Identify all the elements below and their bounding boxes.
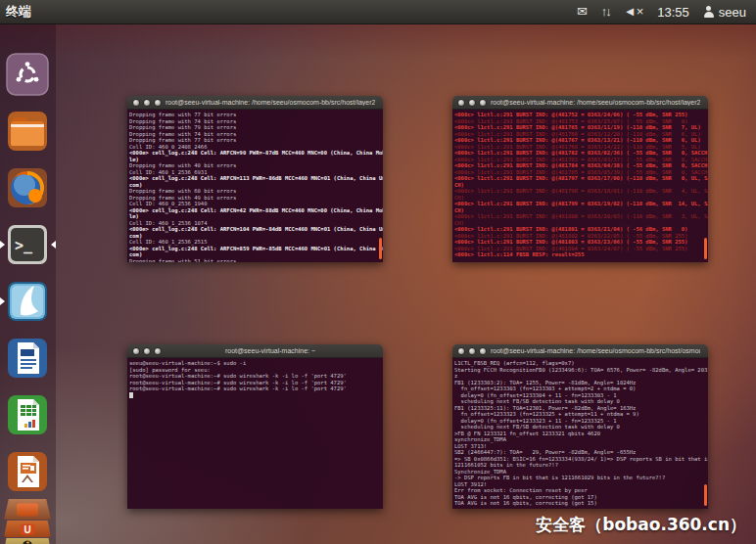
terminal-line: <000c> l1ctl.c:291 BURST IND: @(481782 =… <box>454 150 708 157</box>
active-app-title: 终端 <box>6 3 31 21</box>
scrollbar-thumb[interactable] <box>704 238 707 259</box>
wireshark-running-arrow <box>0 297 5 305</box>
terminal-line: <000c> l1ctl.c:291 BURST IND: @(481765 =… <box>454 124 708 131</box>
close-button[interactable] <box>457 99 465 107</box>
scrollbar-thumb[interactable] <box>704 484 707 506</box>
maximize-button[interactable] <box>154 99 162 107</box>
minimize-button[interactable] <box>468 99 476 107</box>
minimize-button[interactable] <box>468 347 476 355</box>
unity-launcher: >_ <box>0 23 56 544</box>
terminal-line: <000c> l1ctl.c:291 BURST IND: @(481752 =… <box>454 112 708 118</box>
libreoffice-impress-icon <box>5 449 50 494</box>
libreoffice-writer-icon <box>5 336 50 381</box>
launcher-item-libreoffice-calc[interactable] <box>5 392 50 437</box>
top-panel: 终端 ✉ ↑↓ ◄× 13:55 seeu <box>0 0 756 24</box>
window-titlebar[interactable]: root@seeu-virtual-machine: /home/seeu/os… <box>452 96 708 110</box>
terminal-line: <000c> l1ctl.c:291 BURST IND: @(481797 =… <box>454 175 708 182</box>
launcher-item-firefox[interactable] <box>5 165 50 210</box>
launcher-item-libreoffice-impress[interactable] <box>5 449 50 494</box>
window-buttons <box>457 99 487 107</box>
clock[interactable]: 13:55 <box>657 5 689 20</box>
network-arrows-icon[interactable]: ↑↓ <box>601 0 610 23</box>
scrollbar-thumb[interactable] <box>379 238 382 259</box>
terminal-line: TOA AVG is not 16 qbits, correcting (got… <box>454 500 708 507</box>
penguin-icon <box>23 540 32 544</box>
terminal-content[interactable]: <000c> l1ctl.c:291 BURST IND: @(481752 =… <box>452 110 708 262</box>
terminal-line: <000c> l1ctl.c:291 BURST IND: @(481801 =… <box>454 226 708 233</box>
terminal-line: <000c> l1ctl.c:291 BURST IND: @(481767 =… <box>454 137 708 144</box>
terminal-content[interactable]: Dropping frame with 77 bit errorsDroppin… <box>127 110 383 262</box>
terminal-window-shell: root@seeu-virtual-machine: ~ seeu@seeu-v… <box>127 344 383 509</box>
launcher-item-folded-ubuntu-one[interactable]: U <box>4 521 51 537</box>
terminal-content[interactable]: seeu@seeu-virtual-machine:~$ sudo -i[sud… <box>127 358 383 509</box>
terminal-line: Starting FCCH RecognitionFB0 (1233496:6)… <box>454 367 708 374</box>
window-title: root@seeu-virtual-machine: /home/seeu/os… <box>165 99 375 106</box>
username: seeu <box>719 5 746 20</box>
libreoffice-calc-icon <box>5 392 50 437</box>
terminal-cursor <box>129 392 133 399</box>
window-titlebar[interactable]: root@seeu-virtual-machine: /home/seeu/os… <box>452 344 708 358</box>
software-center-icon <box>17 503 38 516</box>
minimize-button[interactable] <box>143 99 151 107</box>
terminal-focused-arrow <box>51 241 56 249</box>
window-buttons <box>457 347 487 355</box>
terminal-line: root@seeu-virtual-machine:~# sudo wiresh… <box>129 373 383 380</box>
terminal-line: <000c> l1ctl.c:291 BURST IND: @(481799 =… <box>454 201 708 207</box>
window-buttons <box>132 347 162 355</box>
window-buttons <box>132 99 162 107</box>
terminal-window-osmocon: root@seeu-virtual-machine: /home/seeu/os… <box>452 344 708 509</box>
close-button[interactable] <box>132 99 140 107</box>
terminal-line: <000c> l1ctl.c:114 FBSB RESP: result=255 <box>454 251 708 258</box>
files-folder-icon <box>5 109 50 154</box>
window-title: root@seeu-virtual-machine: /home/seeu/os… <box>491 99 700 106</box>
ubuntu-one-icon: U <box>21 523 34 534</box>
terminal-line: <000c> l1ctl.c:291 BURST IND: @(481784 =… <box>454 162 708 169</box>
launcher-item-folded-software-center[interactable] <box>4 499 51 520</box>
wireshark-icon <box>5 279 50 324</box>
window-titlebar[interactable]: root@seeu-virtual-machine: /home/seeu/os… <box>127 96 383 110</box>
dash-home-icon <box>5 52 50 97</box>
terminal-icon: >_ <box>5 222 50 267</box>
launcher-item-terminal[interactable]: >_ <box>5 222 50 267</box>
launcher-item-dash[interactable] <box>5 52 50 97</box>
close-button[interactable] <box>132 347 140 355</box>
window-titlebar[interactable]: root@seeu-virtual-machine: ~ <box>127 344 383 358</box>
launcher-item-libreoffice-writer[interactable] <box>5 336 50 381</box>
window-title: root@seeu-virtual-machine: ~ <box>165 347 375 354</box>
terminal-line: Dropping frame with 51 bit errors <box>129 258 383 263</box>
terminal-line: <000c> l1ctl.c:291 BURST IND: @(481800 =… <box>454 213 708 220</box>
maximize-button[interactable] <box>154 347 162 355</box>
terminal-line: <000e> cell_log.c:248 Cell: ARFCN=90 PWR… <box>129 150 383 157</box>
watermark-text: 安全客（bobao.360.cn） <box>536 514 746 536</box>
close-button[interactable] <box>457 347 465 355</box>
firefox-icon <box>5 165 50 210</box>
minimize-button[interactable] <box>143 347 151 355</box>
terminal-line: <000e> cell_log.c:248 Cell: ARFCN=859 PW… <box>129 246 383 252</box>
maximize-button[interactable] <box>479 99 487 107</box>
svg-text:>_: >_ <box>15 237 33 254</box>
terminal-line: <000c> l1ctl.c:291 BURST IND: @(481803 =… <box>454 239 708 246</box>
terminal-line: <000e> cell_log.c:248 Cell: ARFCN=113 PW… <box>129 175 383 182</box>
launcher-item-wireshark[interactable] <box>5 279 50 324</box>
user-icon <box>703 6 715 18</box>
terminal-window-cell-log: root@seeu-virtual-machine: /home/seeu/os… <box>127 96 383 262</box>
launcher-item-folded-penguin-app[interactable] <box>4 538 51 544</box>
terminal-line: root@seeu-virtual-machine:~# sudo wiresh… <box>129 385 383 392</box>
terminal-window-burst-ind: root@seeu-virtual-machine: /home/seeu/os… <box>452 96 708 262</box>
user-menu[interactable]: seeu <box>703 5 746 20</box>
volume-muted-icon[interactable]: ◄× <box>624 0 643 23</box>
launcher-item-files[interactable] <box>5 109 50 154</box>
message-icon[interactable]: ✉ <box>577 0 588 23</box>
window-title: root@seeu-virtual-machine: /home/seeu/os… <box>491 347 700 354</box>
terminal-line: <000c> l1ctl.c:291 BURST IND: @(481798 =… <box>454 188 708 195</box>
indicator-tray: ✉ ↑↓ ◄× 13:55 seeu <box>577 0 746 23</box>
desktop: 终端 ✉ ↑↓ ◄× 13:55 seeu <box>0 0 756 544</box>
terminal-running-arrow <box>0 241 5 249</box>
terminal-line: <000e> cell_log.c:248 Cell: ARFCN=104 PW… <box>129 226 383 233</box>
maximize-button[interactable] <box>479 347 487 355</box>
terminal-content[interactable]: L1CTL_FBSB_REQ (arfcn=112, flags=0x7)Sta… <box>452 358 708 509</box>
terminal-line: <000e> cell_log.c:248 Cell: ARFCN=42 PWR… <box>129 207 383 214</box>
